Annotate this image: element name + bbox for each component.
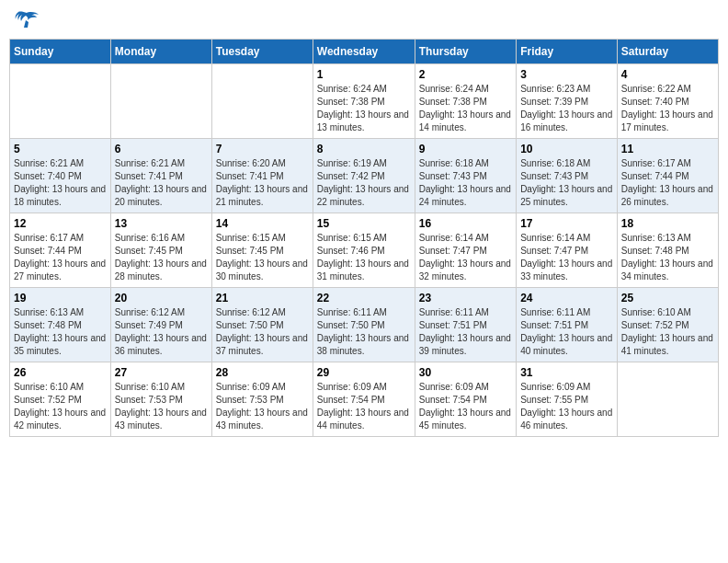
calendar-cell: 20Sunrise: 6:12 AMSunset: 7:49 PMDayligh… [110,288,211,362]
calendar-cell: 3Sunrise: 6:23 AMSunset: 7:39 PMDaylight… [517,64,618,139]
day-info: Sunrise: 6:09 AMSunset: 7:54 PMDaylight:… [419,381,512,432]
day-info: Sunrise: 6:12 AMSunset: 7:49 PMDaylight:… [115,306,208,358]
day-number: 2 [419,68,512,81]
day-info: Sunrise: 6:11 AMSunset: 7:51 PMDaylight:… [419,306,512,358]
calendar-cell: 25Sunrise: 6:10 AMSunset: 7:52 PMDayligh… [617,288,718,362]
calendar-week-row: 12Sunrise: 6:17 AMSunset: 7:44 PMDayligh… [10,213,719,288]
day-info: Sunrise: 6:22 AMSunset: 7:40 PMDaylight:… [621,83,714,134]
calendar-cell: 31Sunrise: 6:09 AMSunset: 7:55 PMDayligh… [517,362,618,437]
calendar-week-row: 5Sunrise: 6:21 AMSunset: 7:40 PMDaylight… [10,139,719,213]
day-number: 26 [14,366,107,379]
calendar-header-row: SundayMondayTuesdayWednesdayThursdayFrid… [10,40,719,64]
calendar-cell: 9Sunrise: 6:18 AMSunset: 7:43 PMDaylight… [415,139,516,213]
day-number: 1 [317,68,411,81]
logo-bird-icon [13,9,40,31]
day-info: Sunrise: 6:09 AMSunset: 7:55 PMDaylight:… [520,381,613,432]
logo [13,9,44,31]
calendar-cell [10,64,111,139]
day-info: Sunrise: 6:11 AMSunset: 7:51 PMDaylight:… [520,306,613,358]
day-info: Sunrise: 6:11 AMSunset: 7:50 PMDaylight:… [317,306,411,358]
calendar-cell: 2Sunrise: 6:24 AMSunset: 7:38 PMDaylight… [415,64,516,139]
day-number: 18 [621,217,714,230]
day-info: Sunrise: 6:18 AMSunset: 7:43 PMDaylight:… [520,157,613,209]
day-number: 25 [621,292,714,304]
day-number: 8 [317,143,411,155]
day-info: Sunrise: 6:10 AMSunset: 7:52 PMDaylight:… [14,381,107,432]
day-number: 6 [115,143,208,155]
calendar-cell: 1Sunrise: 6:24 AMSunset: 7:38 PMDaylight… [313,64,415,139]
day-info: Sunrise: 6:15 AMSunset: 7:45 PMDaylight:… [216,232,309,283]
calendar-cell: 29Sunrise: 6:09 AMSunset: 7:54 PMDayligh… [313,362,415,437]
day-info: Sunrise: 6:20 AMSunset: 7:41 PMDaylight:… [216,157,309,209]
day-info: Sunrise: 6:17 AMSunset: 7:44 PMDaylight:… [14,232,107,283]
day-number: 19 [14,292,107,304]
day-number: 5 [14,143,107,155]
day-info: Sunrise: 6:09 AMSunset: 7:54 PMDaylight:… [317,381,411,432]
day-number: 30 [419,366,512,379]
day-info: Sunrise: 6:14 AMSunset: 7:47 PMDaylight:… [419,232,512,283]
calendar-table: SundayMondayTuesdayWednesdayThursdayFrid… [9,39,719,437]
day-info: Sunrise: 6:21 AMSunset: 7:41 PMDaylight:… [115,157,208,209]
calendar-cell: 19Sunrise: 6:13 AMSunset: 7:48 PMDayligh… [10,288,111,362]
day-number: 11 [621,143,714,155]
day-number: 7 [216,143,309,155]
day-info: Sunrise: 6:13 AMSunset: 7:48 PMDaylight:… [621,232,714,283]
column-header-saturday: Saturday [617,40,718,64]
day-info: Sunrise: 6:19 AMSunset: 7:42 PMDaylight:… [317,157,411,209]
day-number: 31 [520,366,613,379]
day-number: 12 [14,217,107,230]
day-number: 10 [520,143,613,155]
calendar-cell: 26Sunrise: 6:10 AMSunset: 7:52 PMDayligh… [10,362,111,437]
calendar-cell: 12Sunrise: 6:17 AMSunset: 7:44 PMDayligh… [10,213,111,288]
column-header-thursday: Thursday [415,40,516,64]
calendar-cell: 17Sunrise: 6:14 AMSunset: 7:47 PMDayligh… [517,213,618,288]
calendar-cell: 28Sunrise: 6:09 AMSunset: 7:53 PMDayligh… [211,362,313,437]
day-number: 3 [520,68,613,81]
day-info: Sunrise: 6:21 AMSunset: 7:40 PMDaylight:… [14,157,107,209]
calendar-cell: 14Sunrise: 6:15 AMSunset: 7:45 PMDayligh… [211,213,313,288]
column-header-monday: Monday [110,40,211,64]
calendar-cell: 15Sunrise: 6:15 AMSunset: 7:46 PMDayligh… [313,213,415,288]
calendar-cell: 23Sunrise: 6:11 AMSunset: 7:51 PMDayligh… [415,288,516,362]
day-info: Sunrise: 6:18 AMSunset: 7:43 PMDaylight:… [419,157,512,209]
day-info: Sunrise: 6:10 AMSunset: 7:53 PMDaylight:… [115,381,208,432]
calendar-week-row: 26Sunrise: 6:10 AMSunset: 7:52 PMDayligh… [10,362,719,437]
calendar-week-row: 1Sunrise: 6:24 AMSunset: 7:38 PMDaylight… [10,64,719,139]
calendar-cell: 24Sunrise: 6:11 AMSunset: 7:51 PMDayligh… [517,288,618,362]
day-number: 20 [115,292,208,304]
day-info: Sunrise: 6:14 AMSunset: 7:47 PMDaylight:… [520,232,613,283]
calendar-cell: 27Sunrise: 6:10 AMSunset: 7:53 PMDayligh… [110,362,211,437]
day-number: 14 [216,217,309,230]
day-number: 13 [115,217,208,230]
day-number: 29 [317,366,411,379]
day-info: Sunrise: 6:16 AMSunset: 7:45 PMDaylight:… [115,232,208,283]
calendar-cell [211,64,313,139]
day-info: Sunrise: 6:12 AMSunset: 7:50 PMDaylight:… [216,306,309,358]
day-info: Sunrise: 6:13 AMSunset: 7:48 PMDaylight:… [14,306,107,358]
day-number: 16 [419,217,512,230]
page-header [9,9,719,31]
day-number: 15 [317,217,411,230]
day-number: 4 [621,68,714,81]
calendar-cell: 18Sunrise: 6:13 AMSunset: 7:48 PMDayligh… [617,213,718,288]
column-header-tuesday: Tuesday [211,40,313,64]
column-header-sunday: Sunday [10,40,111,64]
calendar-cell: 16Sunrise: 6:14 AMSunset: 7:47 PMDayligh… [415,213,516,288]
calendar-cell: 22Sunrise: 6:11 AMSunset: 7:50 PMDayligh… [313,288,415,362]
calendar-cell: 4Sunrise: 6:22 AMSunset: 7:40 PMDaylight… [617,64,718,139]
day-number: 22 [317,292,411,304]
day-number: 24 [520,292,613,304]
day-number: 27 [115,366,208,379]
calendar-cell: 21Sunrise: 6:12 AMSunset: 7:50 PMDayligh… [211,288,313,362]
day-info: Sunrise: 6:15 AMSunset: 7:46 PMDaylight:… [317,232,411,283]
calendar-cell: 8Sunrise: 6:19 AMSunset: 7:42 PMDaylight… [313,139,415,213]
calendar-cell: 5Sunrise: 6:21 AMSunset: 7:40 PMDaylight… [10,139,111,213]
day-number: 9 [419,143,512,155]
day-number: 28 [216,366,309,379]
calendar-cell [110,64,211,139]
day-info: Sunrise: 6:09 AMSunset: 7:53 PMDaylight:… [216,381,309,432]
day-number: 17 [520,217,613,230]
calendar-cell: 10Sunrise: 6:18 AMSunset: 7:43 PMDayligh… [517,139,618,213]
day-info: Sunrise: 6:17 AMSunset: 7:44 PMDaylight:… [621,157,714,209]
column-header-wednesday: Wednesday [313,40,415,64]
